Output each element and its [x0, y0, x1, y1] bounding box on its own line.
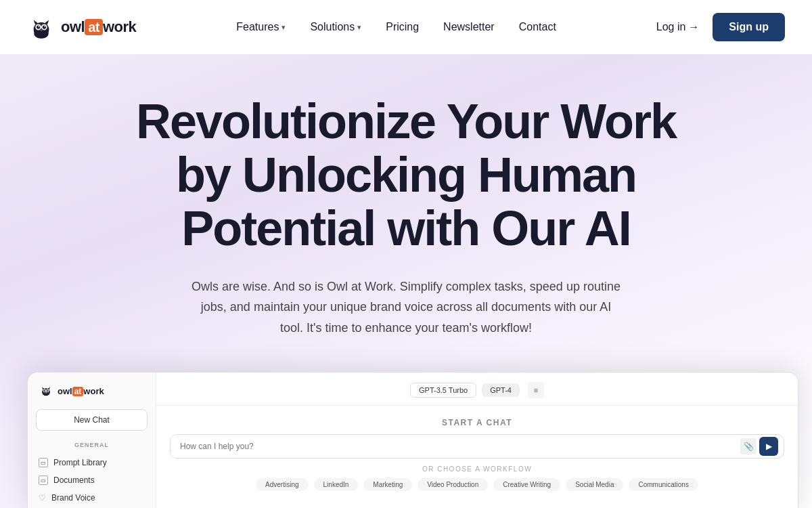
logo-text: owlatwork — [61, 18, 136, 36]
chat-toolbar: GPT-3.5 Turbo GPT-4 ≡ — [156, 373, 798, 406]
workflow-chip-linkedin[interactable]: LinkedIn — [314, 478, 359, 491]
workflow-chip-advertising[interactable]: Advertising — [256, 478, 308, 491]
model-gpt35-badge[interactable]: GPT-3.5 Turbo — [410, 383, 476, 398]
navbar: owlatwork Features ▾ Solutions ▾ Pricing… — [0, 0, 812, 54]
svg-point-6 — [39, 26, 40, 27]
workflow-chip-video[interactable]: Video Production — [418, 478, 488, 491]
workflow-label: OR CHOOSE A WORKFLOW — [156, 459, 798, 478]
svg-point-15 — [47, 390, 48, 391]
svg-point-4 — [37, 25, 40, 28]
svg-point-5 — [43, 25, 46, 28]
app-preview: owlatwork New Chat GENERAL ▭ Prompt Libr… — [27, 372, 798, 508]
sidebar-owl-icon — [39, 383, 53, 398]
workflow-chips: Advertising LinkedIn Marketing Video Pro… — [156, 478, 798, 491]
features-chevron-icon: ▾ — [281, 23, 286, 32]
login-link[interactable]: Log in → — [656, 21, 700, 33]
owl-logo-icon — [27, 13, 55, 41]
sidebar-logo-text: owlatwork — [58, 386, 104, 396]
app-preview-wrapper: owlatwork New Chat GENERAL ▭ Prompt Libr… — [27, 372, 798, 508]
nav-pricing[interactable]: Pricing — [386, 21, 419, 33]
nav-newsletter[interactable]: Newsletter — [443, 21, 495, 33]
start-chat-label: START A CHAT — [156, 406, 798, 434]
login-arrow-icon: → — [688, 21, 699, 33]
hero-subtitle: Owls are wise. And so is Owl at Work. Si… — [189, 276, 623, 339]
logo[interactable]: owlatwork — [27, 13, 136, 41]
workflow-chip-social[interactable]: Social Media — [566, 478, 623, 491]
sidebar-new-chat-button[interactable]: New Chat — [36, 409, 148, 431]
hero-section: Revolutionize Your Work by Unlocking Hum… — [0, 54, 812, 508]
settings-icon[interactable]: ≡ — [528, 382, 544, 398]
svg-point-7 — [44, 26, 45, 27]
document-icon: ▭ — [39, 475, 48, 485]
sidebar-item-prompt-library[interactable]: ▭ Prompt Library — [28, 454, 156, 471]
nav-features[interactable]: Features ▾ — [236, 21, 286, 33]
attachment-icon[interactable]: 📎 — [740, 438, 757, 454]
chat-input[interactable] — [171, 435, 735, 458]
heart-icon: ♡ — [39, 493, 46, 503]
document-icon: ▭ — [39, 458, 48, 467]
chat-input-row: 📎 ▶ — [170, 434, 784, 459]
chat-input-actions: 📎 ▶ — [735, 437, 784, 456]
svg-point-13 — [47, 390, 49, 392]
nav-solutions[interactable]: Solutions ▾ — [310, 21, 361, 33]
send-button[interactable]: ▶ — [759, 437, 778, 456]
app-sidebar: owlatwork New Chat GENERAL ▭ Prompt Libr… — [28, 373, 156, 508]
signup-button[interactable]: Sign up — [713, 13, 785, 41]
workflow-chip-marketing[interactable]: Marketing — [363, 478, 412, 491]
sidebar-item-brand-voice[interactable]: ♡ Brand Voice — [28, 489, 156, 507]
solutions-chevron-icon: ▾ — [357, 23, 361, 32]
nav-right: Log in → Sign up — [656, 13, 785, 41]
svg-point-12 — [43, 390, 45, 392]
sidebar-logo: owlatwork — [28, 383, 156, 409]
nav-links: Features ▾ Solutions ▾ Pricing Newslette… — [236, 21, 556, 33]
svg-point-14 — [45, 390, 45, 391]
sidebar-item-documents[interactable]: ▭ Documents — [28, 471, 156, 489]
nav-contact[interactable]: Contact — [519, 21, 556, 33]
sidebar-general-label: GENERAL — [28, 442, 156, 454]
workflow-chip-creative[interactable]: Creative Writing — [493, 478, 560, 491]
app-main: GPT-3.5 Turbo GPT-4 ≡ START A CHAT 📎 ▶ O… — [156, 373, 798, 508]
hero-title: Revolutionize Your Work by Unlocking Hum… — [135, 95, 677, 256]
workflow-chip-communications[interactable]: Communications — [629, 478, 698, 491]
model-gpt4-badge[interactable]: GPT-4 — [482, 383, 520, 397]
